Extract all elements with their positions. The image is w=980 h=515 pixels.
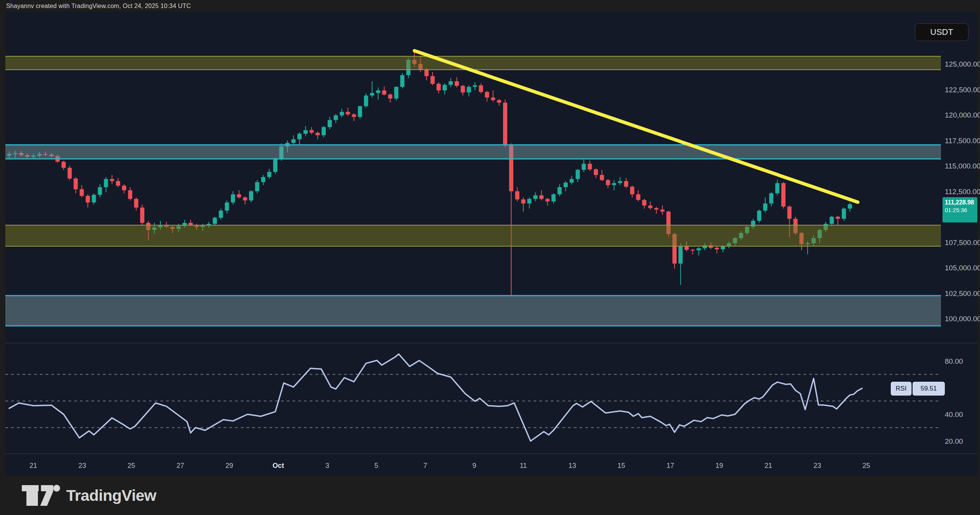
candle-up — [443, 85, 447, 91]
candle-up — [358, 106, 362, 117]
candle-up — [376, 90, 380, 93]
candle-down — [684, 246, 689, 250]
candle-up — [449, 81, 453, 85]
candle-up — [848, 204, 852, 208]
candle-down — [521, 199, 526, 204]
candle-down — [310, 130, 314, 133]
candle-down — [134, 199, 138, 208]
candle-up — [842, 209, 846, 219]
candle-down — [715, 248, 719, 249]
date-axis-label[interactable]: 17 — [666, 462, 674, 469]
zone-fill — [5, 56, 941, 70]
rsi-axis-label: 40.00 — [945, 410, 963, 419]
candle-down — [455, 81, 459, 86]
zone-fill — [5, 225, 941, 246]
candle-up — [394, 87, 399, 99]
candle-down — [128, 190, 132, 199]
date-axis-label[interactable]: 11 — [520, 462, 527, 469]
candle-down — [68, 168, 72, 178]
candle-down — [388, 95, 392, 99]
candle-up — [533, 195, 537, 199]
candle-up — [225, 203, 229, 211]
date-axis-label[interactable]: 7 — [423, 462, 427, 469]
price-axis-label: 125,000.00 — [945, 60, 980, 68]
candle-up — [473, 85, 477, 87]
date-axis-label[interactable]: Oct — [273, 462, 284, 469]
chart-canvas[interactable]: 125,000.00122,500.00120,000.00117,500.00… — [0, 0, 980, 515]
candle-down — [431, 76, 435, 84]
candle-down — [503, 103, 507, 146]
candle-down — [836, 217, 840, 219]
candle-down — [243, 197, 247, 200]
candle-down — [116, 181, 120, 186]
resistance-zone-124400-125750[interactable] — [5, 56, 941, 70]
rsi-indicator-badge: RSI 59.51 — [891, 382, 945, 396]
candle-up — [757, 211, 761, 221]
candle-up — [612, 183, 616, 185]
price-axis-label: 120,000.00 — [945, 111, 980, 119]
candle-up — [92, 195, 96, 203]
candle-up — [582, 164, 586, 170]
candle-down — [80, 189, 84, 196]
date-axis-label[interactable]: 19 — [715, 462, 723, 469]
candle-down — [691, 250, 695, 250]
date-axis-label[interactable]: 9 — [472, 462, 476, 469]
date-axis-label[interactable]: 23 — [78, 462, 86, 469]
candle-up — [322, 127, 326, 135]
candle-up — [400, 75, 405, 87]
date-axis-label[interactable]: 15 — [617, 462, 625, 469]
candle-up — [304, 130, 308, 134]
candle-down — [140, 208, 144, 223]
candle-down — [624, 181, 628, 187]
candle-down — [648, 206, 652, 208]
date-axis-label[interactable]: 27 — [176, 462, 184, 469]
candle-down — [62, 162, 66, 168]
support-zone-99300-102250[interactable] — [5, 296, 941, 326]
candle-down — [781, 183, 786, 206]
candle-down — [600, 175, 604, 180]
quote-currency-label: USDT — [930, 27, 953, 37]
candle-up — [763, 203, 768, 211]
tradingview-logo[interactable]: TradingView — [21, 484, 156, 507]
date-axis-label[interactable]: 25 — [862, 462, 870, 469]
date-axis-label[interactable]: 23 — [813, 462, 821, 469]
candle-down — [485, 92, 489, 98]
last-price-badge: 111,228.98 01:25:36 — [942, 197, 977, 222]
candle-up — [552, 194, 556, 201]
candle-up — [249, 191, 253, 201]
candle-up — [370, 93, 374, 96]
candle-down — [315, 133, 320, 136]
candle-up — [721, 246, 725, 249]
tradingview-screenshot: 125,000.00122,500.00120,000.00117,500.00… — [0, 0, 980, 515]
resistance-zone-115700-117050[interactable] — [5, 145, 941, 159]
date-axis-label[interactable]: 21 — [29, 462, 37, 469]
rsi-label: RSI — [891, 382, 911, 396]
quote-currency-chip[interactable]: USDT — [915, 23, 969, 41]
date-axis-label[interactable]: 25 — [127, 462, 135, 469]
candle-up — [219, 211, 223, 218]
candle-up — [769, 193, 773, 204]
price-axis-label: 107,500.00 — [945, 239, 980, 247]
candle-up — [98, 187, 102, 195]
candle-up — [564, 183, 568, 187]
support-zone-107100-109200[interactable] — [5, 225, 941, 246]
date-axis-label[interactable]: 3 — [325, 462, 329, 469]
candle-up — [576, 170, 580, 179]
candle-up — [273, 159, 278, 172]
date-axis-label[interactable]: 29 — [225, 462, 233, 469]
candle-up — [255, 182, 259, 191]
candle-up — [678, 246, 683, 263]
date-axis-label[interactable]: 13 — [568, 462, 576, 469]
date-axis-label[interactable]: 5 — [374, 462, 378, 469]
candle-down — [352, 114, 356, 117]
candle-down — [461, 86, 465, 92]
candle-down — [630, 187, 634, 195]
candle-up — [104, 179, 108, 187]
candle-down — [479, 85, 483, 92]
candle-up — [557, 187, 562, 195]
attribution-text: Shayannv created with TradingView.com, O… — [6, 3, 191, 10]
date-axis-label[interactable]: 21 — [764, 462, 772, 469]
last-price-value: 111,228.98 — [945, 199, 977, 206]
candle-down — [86, 196, 90, 202]
candle-down — [122, 186, 126, 190]
